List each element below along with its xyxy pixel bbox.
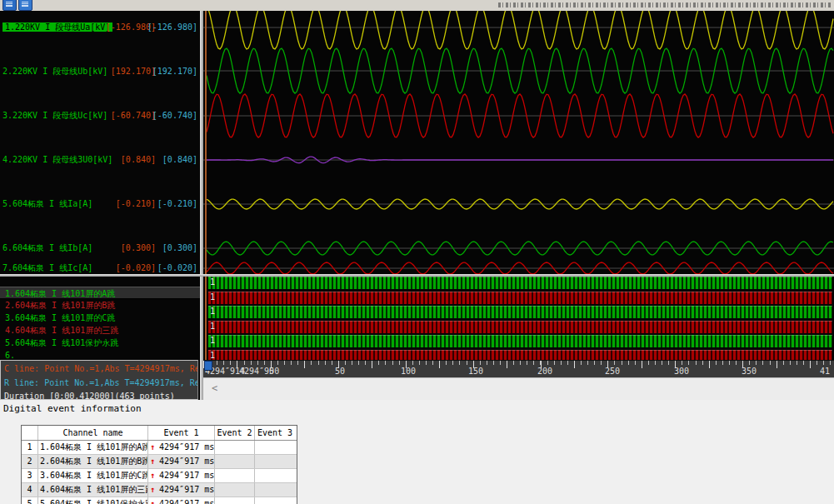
r-cursor-value: [0.840] bbox=[162, 154, 197, 166]
digital-trace-bar: 1 bbox=[208, 335, 832, 347]
event1-time: 4294″917 ms bbox=[159, 499, 214, 504]
rising-edge-icon: ↑ bbox=[150, 499, 155, 504]
r-line-status: R line: Point No.=1,Abs T=4294917ms, Rel… bbox=[1, 378, 197, 387]
digital-channel-row[interactable]: 3.604柘泉 I 线101屏的C跳 bbox=[0, 312, 200, 324]
digital-channel-row[interactable]: 2.604柘泉 I 线101屏的B跳 bbox=[0, 299, 200, 312]
section-title: Digital event information bbox=[3, 403, 142, 414]
analog-channel-row[interactable]: 5.604柘泉 I 线Ia[A][-0.210][-0.210] bbox=[2, 198, 199, 210]
digital-trace-bar: 1 bbox=[208, 292, 832, 304]
digital-trace-bar: 1 bbox=[208, 321, 832, 333]
row-number: 1 bbox=[22, 441, 38, 454]
digital-channel-row[interactable]: 4.604柘泉 I 线101屏的三跳 bbox=[0, 324, 200, 337]
digital-channel-row[interactable]: 5.604柘泉 I 线101保护永跳 bbox=[0, 337, 200, 349]
event2-cell bbox=[215, 455, 255, 468]
event2-cell bbox=[215, 497, 255, 504]
header-event1: Event 1 bbox=[148, 426, 215, 440]
c-cursor-value: [-0.020] bbox=[116, 262, 156, 274]
header-channel-name: Channel name bbox=[38, 426, 148, 440]
header-event3: Event 3 bbox=[255, 426, 295, 440]
digital-trace-area[interactable]: 111111 bbox=[203, 277, 834, 360]
rising-edge-icon: ↑ bbox=[150, 457, 155, 466]
digital-trace-bar: 1 bbox=[208, 350, 832, 360]
event1-time: 4294″917 ms bbox=[159, 457, 214, 466]
window-top-strip bbox=[0, 0, 834, 12]
analog-channel-row[interactable]: 3.220KV I 段母线Uc[kV][-60.740][-60.740] bbox=[2, 110, 199, 122]
time-ruler[interactable]: 4294″9144294″95005010015020025030035041 bbox=[203, 360, 834, 377]
event1-time: 4294″917 ms bbox=[159, 471, 214, 480]
status-panel: C line: Point No.=1,Abs T=4294917ms, Rel… bbox=[0, 360, 198, 400]
window-title-sliver bbox=[498, 2, 832, 7]
event2-cell bbox=[215, 469, 255, 482]
event3-cell bbox=[255, 497, 295, 504]
cursor-line[interactable] bbox=[205, 11, 207, 360]
digital-state-value: 1 bbox=[210, 306, 215, 317]
analog-waveform-area[interactable] bbox=[203, 11, 834, 274]
digital-channel-row[interactable]: 1.604柘泉 I 线101屏的A跳 bbox=[0, 287, 200, 299]
analog-channel-row[interactable]: 4.220KV I 段母线3U0[kV][0.840][0.840] bbox=[2, 154, 199, 166]
channel-name: 3.220KV I 段母线Uc[kV] bbox=[2, 111, 107, 120]
horizontal-scrollbar[interactable]: < bbox=[203, 377, 834, 401]
analog-channel-row[interactable]: 6.604柘泉 I 线Ib[A][0.300][0.300] bbox=[2, 242, 199, 254]
analog-channel-list: 1.220KV I 段母线Ua[kV][-126.980][-126.980]2… bbox=[0, 11, 200, 274]
c-line-status: C line: Point No.=1,Abs T=4294917ms, Rel… bbox=[1, 364, 197, 373]
event1-time: 4294″917 ms bbox=[159, 442, 214, 452]
event1-time: 4294″917 ms bbox=[159, 485, 214, 494]
analog-channel-row[interactable]: 1.220KV I 段母线Ua[kV][-126.980][-126.980] bbox=[2, 22, 199, 33]
digital-state-value: 1 bbox=[210, 321, 215, 332]
r-cursor-value: [-0.020] bbox=[157, 262, 197, 274]
event2-cell bbox=[215, 441, 255, 454]
channel-list-panel: 1.220KV I 段母线Ua[kV][-126.980][-126.980]2… bbox=[0, 11, 200, 400]
horizontal-splitter[interactable] bbox=[0, 274, 834, 277]
c-cursor-value: [0.840] bbox=[121, 154, 156, 166]
event-table-row: 22.604柘泉 I 线101屏的B跳↑4294″917 ms bbox=[22, 455, 297, 469]
event-table-header: Channel name Event 1 Event 2 Event 3 bbox=[22, 426, 297, 441]
rising-edge-icon: ↑ bbox=[150, 485, 155, 494]
digital-event-table: Channel name Event 1 Event 2 Event 3 11.… bbox=[21, 425, 297, 504]
analog-channel-row[interactable]: 7.604柘泉 I 线Ic[A][-0.020][-0.020] bbox=[2, 262, 199, 274]
c-cursor-value: [0.300] bbox=[121, 242, 156, 254]
ruler-tick-label: 100 bbox=[401, 367, 416, 376]
digital-state-value: 1 bbox=[210, 335, 215, 347]
digital-channel-list: 1.604柘泉 I 线101屏的A跳2.604柘泉 I 线101屏的B跳3.60… bbox=[0, 277, 200, 371]
cursor-marker-icon[interactable] bbox=[204, 361, 212, 371]
document-icon[interactable] bbox=[18, 0, 32, 11]
digital-trace-bar: 1 bbox=[208, 277, 832, 289]
ruler-tick-label: 41 bbox=[820, 367, 830, 376]
r-cursor-value: [192.170] bbox=[152, 66, 197, 77]
ruler-tick-label: 350 bbox=[742, 367, 757, 376]
scroll-left-button[interactable]: < bbox=[212, 382, 217, 394]
event-channel-name: 1.604柘泉 I 线101屏的A跳 bbox=[38, 441, 148, 454]
event3-cell bbox=[255, 441, 295, 454]
row-number: 3 bbox=[22, 469, 38, 482]
r-cursor-value: [0.300] bbox=[162, 242, 197, 254]
major-ticks bbox=[203, 361, 834, 368]
event-table-row: 55.604柘泉 I 线101保护永跳↑4294″917 ms bbox=[22, 497, 297, 504]
waveform-plot bbox=[203, 11, 834, 274]
analog-channel-row[interactable]: 2.220KV I 段母线Ub[kV][192.170][192.170] bbox=[2, 66, 199, 77]
event1-cell: ↑4294″917 ms bbox=[148, 469, 215, 482]
event1-cell: ↑4294″917 ms bbox=[148, 455, 215, 468]
digital-state-value: 1 bbox=[210, 277, 215, 288]
event-channel-name: 4.604柘泉 I 线101屏的三跳 bbox=[38, 483, 148, 497]
row-number: 5 bbox=[22, 497, 38, 504]
ruler-tick-label: 200 bbox=[537, 367, 552, 376]
event-channel-name: 5.604柘泉 I 线101保护永跳 bbox=[38, 497, 148, 504]
rising-edge-icon: ↑ bbox=[150, 442, 155, 452]
fault-record-viewer: 1.220KV I 段母线Ua[kV][-126.980][-126.980]2… bbox=[0, 0, 834, 504]
header-event2: Event 2 bbox=[215, 426, 255, 440]
event3-cell bbox=[255, 483, 295, 497]
event-channel-name: 3.604柘泉 I 线101屏的C跳 bbox=[38, 469, 148, 482]
r-cursor-value: [-60.740] bbox=[152, 110, 197, 122]
event3-cell bbox=[255, 469, 295, 482]
event-table-row: 11.604柘泉 I 线101屏的A跳↑4294″917 ms bbox=[22, 441, 297, 455]
channel-name: 6.604柘泉 I 线Ib[A] bbox=[2, 243, 92, 252]
c-cursor-value: [-60.740] bbox=[111, 110, 156, 122]
ruler-tick-label: 300 bbox=[674, 367, 689, 376]
rising-edge-icon: ↑ bbox=[150, 471, 155, 480]
ruler-tick-label: 250 bbox=[605, 367, 620, 376]
document-icon[interactable] bbox=[2, 0, 17, 11]
event-channel-name: 2.604柘泉 I 线101屏的B跳 bbox=[38, 455, 148, 468]
c-cursor-value: [192.170] bbox=[111, 66, 156, 77]
channel-name: 7.604柘泉 I 线Ic[A] bbox=[2, 263, 92, 272]
event-info-section: Digital event information Channel name E… bbox=[0, 400, 834, 504]
